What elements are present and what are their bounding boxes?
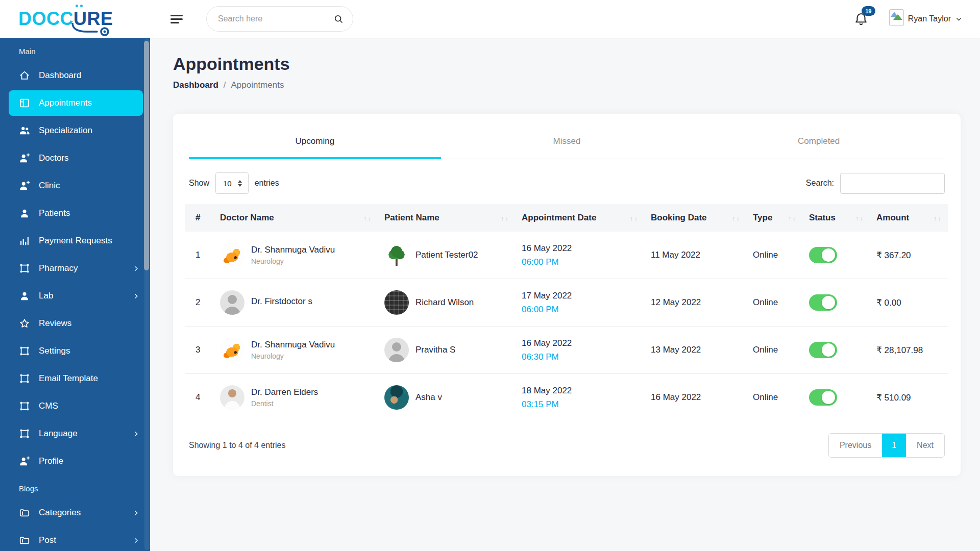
sidebar: Main Dashboard Appointments Specializati… xyxy=(0,38,150,551)
notifications-button[interactable]: 19 xyxy=(853,11,869,27)
toggle-knob xyxy=(822,296,835,309)
doctor-name[interactable]: Dr. Darren Elders xyxy=(251,387,318,397)
tab-upcoming[interactable]: Upcoming xyxy=(189,114,441,159)
tab-missed[interactable]: Missed xyxy=(441,114,693,159)
appointment-time[interactable]: 06:30 PM xyxy=(522,352,639,362)
patient-cell[interactable]: Asha v xyxy=(384,385,509,410)
entries-label: entries xyxy=(255,179,279,188)
doctor-cell[interactable]: Dr. Firstdoctor s xyxy=(220,290,372,315)
appointments-tabs: Upcoming Missed Completed xyxy=(189,114,945,159)
col-appointment-date[interactable]: Appointment Date xyxy=(516,204,645,232)
sidebar-item-categories[interactable]: Categories xyxy=(0,499,150,527)
patient-name[interactable]: Pravitha S xyxy=(415,345,455,355)
doctor-cell[interactable]: Dr. Shanmuga Vadivu Neurology xyxy=(220,338,372,362)
appointment-date: 17 May 2022 xyxy=(522,291,639,301)
sidebar-item-language[interactable]: Language xyxy=(0,420,150,447)
patient-name[interactable]: Asha v xyxy=(415,392,442,403)
sidebar-scrollbar-thumb[interactable] xyxy=(144,41,149,270)
sort-icon[interactable] xyxy=(934,213,942,223)
person-add-icon xyxy=(19,153,30,164)
toggle-knob xyxy=(822,248,835,262)
doctor-name[interactable]: Dr. Firstdoctor s xyxy=(251,296,312,307)
table-header-row: # Doctor Name Patient Name Appointment D… xyxy=(185,204,948,232)
row-index: 3 xyxy=(185,327,214,374)
row-index: 2 xyxy=(185,279,214,327)
appointment-type: Online xyxy=(747,232,803,279)
showing-entries-text: Showing 1 to 4 of 4 entries xyxy=(189,441,285,450)
appointment-time[interactable]: 03:15 PM xyxy=(522,399,639,410)
sort-icon[interactable] xyxy=(501,213,509,223)
patient-cell[interactable]: Richard Wilson xyxy=(384,290,509,315)
sidebar-item-profile[interactable]: Profile xyxy=(0,447,150,475)
sidebar-item-email-template[interactable]: Email Template xyxy=(0,365,150,392)
table-search-input[interactable] xyxy=(840,173,945,194)
global-search-input[interactable] xyxy=(218,14,333,23)
show-label: Show xyxy=(189,179,209,188)
sort-icon[interactable] xyxy=(732,213,741,223)
search-label: Search: xyxy=(806,179,834,188)
col-booking-date[interactable]: Booking Date xyxy=(645,204,747,232)
booking-date: 11 May 2022 xyxy=(645,232,747,279)
chevron-right-icon xyxy=(132,292,140,300)
doctor-name[interactable]: Dr. Shanmuga Vadivu xyxy=(251,245,335,255)
sort-icon[interactable] xyxy=(630,213,639,223)
status-toggle[interactable] xyxy=(809,389,837,406)
sidebar-item-doctors[interactable]: Doctors xyxy=(0,144,150,172)
sidebar-item-dashboard[interactable]: Dashboard xyxy=(0,62,150,89)
doctor-name[interactable]: Dr. Shanmuga Vadivu xyxy=(251,340,335,350)
pagination-previous-button[interactable]: Previous xyxy=(829,434,882,457)
col-doctor-name[interactable]: Doctor Name xyxy=(214,204,378,232)
sort-icon[interactable] xyxy=(855,213,864,223)
table-footer: Showing 1 to 4 of 4 entries Previous 1 N… xyxy=(173,421,961,476)
status-toggle[interactable] xyxy=(809,342,837,358)
col-patient-name[interactable]: Patient Name xyxy=(378,204,516,232)
frame-icon xyxy=(19,345,30,357)
user-menu[interactable]: Ryan Taylor xyxy=(889,12,963,26)
status-toggle[interactable] xyxy=(809,294,837,311)
appointment-time[interactable]: 06:00 PM xyxy=(522,305,639,315)
tab-completed[interactable]: Completed xyxy=(693,114,945,159)
col-status[interactable]: Status xyxy=(803,204,870,232)
brand-logo[interactable]: DOCCURE xyxy=(0,10,150,28)
sidebar-item-payment-requests[interactable]: Payment Requests xyxy=(0,227,150,255)
doccure-logo: DOCCURE xyxy=(18,10,113,28)
sidebar-item-patients[interactable]: Patients xyxy=(0,199,150,227)
status-toggle[interactable] xyxy=(809,247,837,263)
sidebar-item-post[interactable]: Post xyxy=(0,527,150,551)
booking-date: 12 May 2022 xyxy=(645,279,747,327)
page-size-select[interactable]: 10 xyxy=(215,172,249,194)
sidebar-scrollbar[interactable] xyxy=(144,39,150,550)
patient-cell[interactable]: Patient Tester02 xyxy=(384,243,509,267)
col-type[interactable]: Type xyxy=(747,204,803,232)
sidebar-item-clinic[interactable]: Clinic xyxy=(0,172,150,199)
menu-toggle-button[interactable] xyxy=(170,15,184,23)
pagination-page-1[interactable]: 1 xyxy=(882,434,906,457)
sidebar-item-reviews[interactable]: Reviews xyxy=(0,310,150,337)
sidebar-item-specialization[interactable]: Specialization xyxy=(0,117,150,144)
doctor-cell[interactable]: Dr. Darren Elders Dentist xyxy=(220,385,372,410)
sort-icon[interactable] xyxy=(363,213,372,223)
sidebar-item-appointments[interactable]: Appointments xyxy=(9,90,143,116)
toggle-knob xyxy=(822,343,835,357)
appointment-date: 18 May 2022 xyxy=(522,386,639,396)
patient-cell[interactable]: Pravitha S xyxy=(384,338,509,362)
sidebar-item-cms[interactable]: CMS xyxy=(0,392,150,420)
appointment-type: Online xyxy=(747,374,803,421)
appointment-time[interactable]: 06:00 PM xyxy=(522,257,639,267)
sort-icon[interactable] xyxy=(788,213,797,223)
search-icon[interactable] xyxy=(333,14,344,24)
col-amount[interactable]: Amount xyxy=(870,204,948,232)
umlaut-dots-icon xyxy=(76,5,83,7)
sidebar-item-pharmacy[interactable]: Pharmacy xyxy=(0,255,150,282)
pagination-next-button[interactable]: Next xyxy=(906,434,944,457)
sidebar-item-lab[interactable]: Lab xyxy=(0,282,150,310)
col-index: # xyxy=(185,204,214,232)
patient-name[interactable]: Richard Wilson xyxy=(415,297,474,308)
sidebar-item-settings[interactable]: Settings xyxy=(0,337,150,365)
patient-avatar xyxy=(384,243,409,267)
table-controls: Show 10 entries Search: xyxy=(173,159,961,204)
table-row: 1 Dr. Shanmuga Vadivu Neurology Patient … xyxy=(185,232,948,279)
breadcrumb-dashboard-link[interactable]: Dashboard xyxy=(173,80,218,90)
doctor-cell[interactable]: Dr. Shanmuga Vadivu Neurology xyxy=(220,243,372,267)
patient-name[interactable]: Patient Tester02 xyxy=(415,250,478,260)
